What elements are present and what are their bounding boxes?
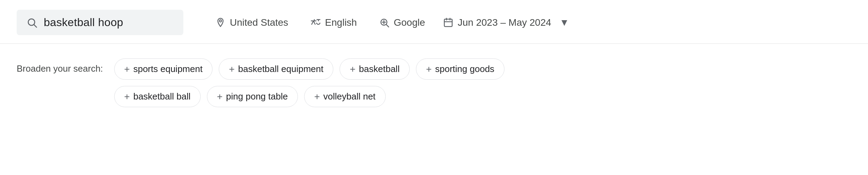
chip-plus-icon: + xyxy=(217,92,223,102)
calendar-icon xyxy=(443,17,453,28)
broaden-section: Broaden your search: + sports equipment … xyxy=(0,44,868,122)
chips-row-1: + sports equipment + basketball equipmen… xyxy=(114,58,504,80)
search-source-icon xyxy=(379,17,390,28)
chips-container: + sports equipment + basketball equipmen… xyxy=(114,58,504,107)
chip-sports-equipment[interactable]: + sports equipment xyxy=(114,58,213,80)
source-label: Google xyxy=(394,17,425,28)
chip-label: sporting goods xyxy=(435,64,494,74)
source-filter[interactable]: Google xyxy=(368,12,436,33)
chip-basketball[interactable]: + basketball xyxy=(340,58,409,80)
date-range-filter[interactable]: Jun 2023 – May 2024 ▼ xyxy=(436,17,576,28)
chip-label: basketball equipment xyxy=(238,64,324,74)
chip-plus-icon: + xyxy=(124,92,130,102)
svg-line-4 xyxy=(386,24,389,27)
search-query: basketball hoop xyxy=(44,16,123,29)
svg-rect-7 xyxy=(444,19,452,26)
chip-label: basketball xyxy=(359,64,400,74)
chip-plus-icon: + xyxy=(124,64,130,74)
search-box[interactable]: basketball hoop xyxy=(17,10,183,35)
chip-plus-icon: + xyxy=(426,64,432,74)
top-bar: basketball hoop United States English Go… xyxy=(0,0,868,44)
svg-point-2 xyxy=(219,19,222,22)
chip-label: ping pong table xyxy=(226,91,288,102)
chip-plus-icon: + xyxy=(350,64,355,74)
chips-row-2: + basketball ball + ping pong table + vo… xyxy=(114,86,504,107)
dropdown-arrow-icon: ▼ xyxy=(560,17,569,28)
chip-basketball-equipment[interactable]: + basketball equipment xyxy=(219,58,333,80)
language-filter[interactable]: English xyxy=(299,12,368,33)
location-pin-icon xyxy=(215,17,226,28)
chip-volleyball-net[interactable]: + volleyball net xyxy=(304,86,386,107)
chip-ping-pong-table[interactable]: + ping pong table xyxy=(207,86,298,107)
chip-label: volleyball net xyxy=(323,91,375,102)
chip-label: basketball ball xyxy=(133,91,191,102)
location-label: United States xyxy=(230,17,288,28)
chip-basketball-ball[interactable]: + basketball ball xyxy=(114,86,201,107)
chip-plus-icon: + xyxy=(314,92,320,102)
chip-plus-icon: + xyxy=(229,64,234,74)
chip-sporting-goods[interactable]: + sporting goods xyxy=(416,58,504,80)
language-label: English xyxy=(325,17,357,28)
translate-icon xyxy=(310,17,321,28)
chip-label: sports equipment xyxy=(133,64,202,74)
broaden-label: Broaden your search: xyxy=(17,58,103,74)
location-filter[interactable]: United States xyxy=(204,12,299,33)
search-icon xyxy=(26,17,37,28)
date-range-label: Jun 2023 – May 2024 xyxy=(458,17,551,28)
svg-line-1 xyxy=(34,25,36,27)
